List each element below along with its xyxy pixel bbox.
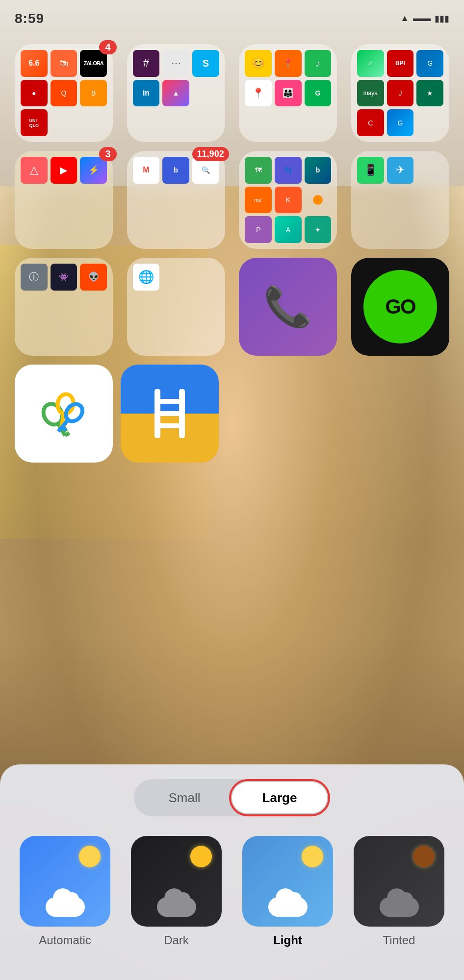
weather-widget-tinted <box>354 836 444 927</box>
app-gcash: G <box>416 50 443 77</box>
app-spotify: ♪ <box>305 50 332 77</box>
weather-option-dark[interactable]: Dark <box>131 836 222 947</box>
app-chrome: 🌐 <box>133 264 160 291</box>
go-circle: GO <box>363 270 437 343</box>
app-nav: 📍 <box>275 50 302 77</box>
viber-app[interactable]: 📞 <box>239 258 337 356</box>
weather-label-tinted: Tinted <box>383 933 415 947</box>
finance-folder[interactable]: ✓ BPI G maya J ★ C G <box>351 44 449 142</box>
wifi-icon: ▬▬ <box>413 13 431 24</box>
sun-icon-tinted <box>413 846 435 867</box>
app-gmail: M <box>133 157 160 184</box>
weather-option-automatic[interactable]: Automatic <box>20 836 110 947</box>
status-bar: 8:59 ▲ ▬▬ ▮▮▮ <box>0 0 464 29</box>
app-bing: b <box>305 157 332 184</box>
svg-line-3 <box>65 433 70 436</box>
keys-app[interactable] <box>15 365 113 463</box>
app-steps: 👣 <box>275 157 302 184</box>
app-faces: 😊 <box>245 50 272 77</box>
sun-icon <box>79 846 101 867</box>
app-maya: maya <box>357 80 384 107</box>
messaging-folder[interactable]: 📱 ✈ <box>351 151 449 249</box>
size-selector: Small Large <box>134 779 330 816</box>
app-map: 🗺 <box>245 157 272 184</box>
sun-icon-light <box>302 846 323 867</box>
app-uniqlo: UNIQLO <box>21 109 48 136</box>
app-me: me' <box>245 187 272 214</box>
productivity-folder[interactable]: 🗺 👣 b me' K P A ✦ <box>239 151 337 249</box>
app-zalora: ZALORA <box>80 50 107 77</box>
cloud-light <box>268 897 308 917</box>
app-bpi: BPI <box>387 50 414 77</box>
app-youtube: ▶ <box>51 157 77 184</box>
app-gi: G <box>387 109 414 136</box>
app-starbucks: ★ <box>416 80 443 107</box>
app-klook: K <box>275 187 302 214</box>
email-folder[interactable]: 11,902 M b 🔍 <box>127 151 225 249</box>
app-red: ● <box>21 80 48 107</box>
comms-folder[interactable]: # ⋯ S in ▲ <box>127 44 225 142</box>
app-arrow: A <box>275 216 302 243</box>
app-grid: 4 6.6 🛍 ZALORA ● Q B UNIQLO # ⋯ S in ▲ 😊… <box>0 34 464 481</box>
info-folder[interactable]: ⓘ 👾 👽 <box>15 258 113 356</box>
weather-option-light[interactable]: Light <box>242 836 333 947</box>
app-info-i: ⓘ <box>21 264 48 291</box>
cloud-dark <box>157 897 196 917</box>
app-row-2: 3 △ ▶ ⚡ 11,902 M b 🔍 🗺 👣 b me' K P A ✦ 📱 <box>15 151 449 249</box>
svg-line-10 <box>62 427 66 430</box>
entertainment-badge: 3 <box>99 147 117 161</box>
weather-option-tinted[interactable]: Tinted <box>354 836 444 947</box>
shopping-folder[interactable]: 4 6.6 🛍 ZALORA ● Q B UNIQLO <box>15 44 113 142</box>
app-telegram: ✈ <box>387 157 414 184</box>
app-airbnb: △ <box>21 157 48 184</box>
app-orange-dot <box>313 195 323 205</box>
ladder-app[interactable] <box>121 365 219 463</box>
email-badge: 11,902 <box>192 147 229 161</box>
app-linkedin: in <box>133 80 160 107</box>
app-cinema: C <box>357 109 384 136</box>
entertainment-folder[interactable]: 3 △ ▶ ⚡ <box>15 151 113 249</box>
bottom-panel: Small Large Automatic Dark <box>0 764 464 980</box>
social-folder[interactable]: 😊 📍 ♪ 📍 👨‍👩‍👧 G <box>239 44 337 142</box>
app-messenger: ⚡ <box>80 157 107 184</box>
app-qoo10: Q <box>51 80 77 107</box>
status-icons: ▲ ▬▬ ▮▮▮ <box>400 13 449 24</box>
chrome-folder[interactable]: 🌐 <box>127 258 225 356</box>
size-small-button[interactable]: Small <box>137 782 232 813</box>
app-paymaya: ✓ <box>357 50 384 77</box>
weather-widget-dark <box>131 836 222 927</box>
app-boo: B <box>80 80 107 107</box>
signal-icon: ▲ <box>400 13 409 24</box>
viber-icon: 📞 <box>263 284 312 330</box>
size-large-button[interactable]: Large <box>232 782 327 813</box>
app-skype: S <box>192 50 219 77</box>
sun-icon-dark <box>190 846 212 867</box>
keys-svg <box>32 382 96 445</box>
app-row-1: 4 6.6 🛍 ZALORA ● Q B UNIQLO # ⋯ S in ▲ 😊… <box>15 44 449 142</box>
weather-label-light: Light <box>273 933 302 947</box>
app-grab: G <box>305 80 332 107</box>
app-google-maps: 📍 <box>245 80 272 107</box>
cloud-white <box>46 897 85 917</box>
ladder-svg <box>145 389 194 438</box>
go-app[interactable]: GO <box>351 258 449 356</box>
weather-widget-automatic <box>20 836 110 927</box>
app-belo: b <box>162 157 189 184</box>
app-purple-p: P <box>245 216 272 243</box>
app-family: 👨‍👩‍👧 <box>275 80 302 107</box>
shopping-badge: 4 <box>99 40 117 54</box>
app-chatgpt: ✦ <box>305 216 332 243</box>
app-jollibee: J <box>387 80 414 107</box>
cloud-tinted <box>380 897 419 917</box>
app-reddit: 👽 <box>80 264 107 291</box>
app-dots: ⋯ <box>162 50 189 77</box>
weather-label-automatic: Automatic <box>39 933 91 947</box>
app-slack: # <box>133 50 160 77</box>
weather-options: Automatic Dark Light <box>15 836 449 947</box>
app-66: 6.6 <box>21 50 48 77</box>
app-shopee: 🛍 <box>51 50 77 77</box>
battery-icon: ▮▮▮ <box>435 13 449 24</box>
app-row-4 <box>15 365 449 463</box>
status-time: 8:59 <box>15 11 44 26</box>
weather-widget-light <box>242 836 333 927</box>
